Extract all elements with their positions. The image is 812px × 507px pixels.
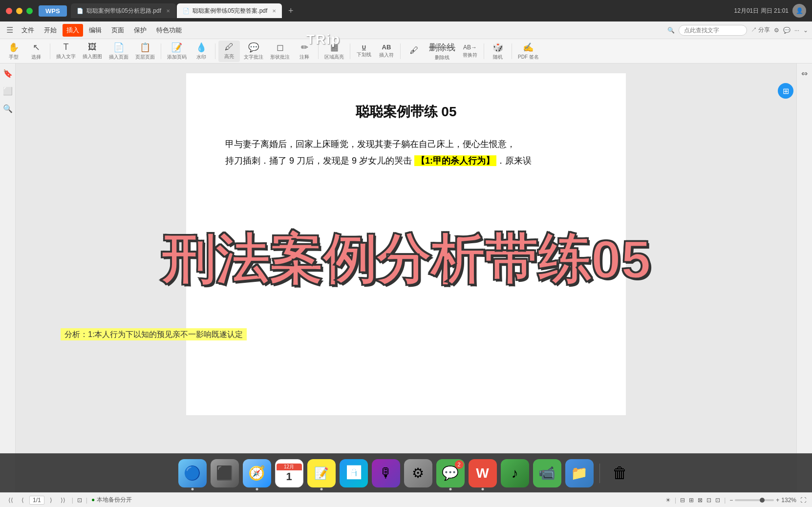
dock-wechat[interactable]: 💬 2 — [436, 459, 465, 487]
hand-icon: ✋ — [8, 42, 19, 53]
next-page-button[interactable]: ⟩ — [46, 495, 56, 505]
dock-finder[interactable]: 🔵 — [178, 459, 207, 487]
text-icon: T — [64, 42, 69, 52]
tab-analysis[interactable]: 📄 聪聪案例带练05分析思路.pdf ✕ — [71, 3, 176, 18]
document-page: 聪聪案例带练 05 甲与妻子离婚后，回家上床睡觉，发现其妻子躺在自己床上，便心生… — [186, 73, 626, 415]
dock-separator — [599, 464, 600, 483]
tool-insert-page[interactable]: 📄 插入页面 — [106, 41, 131, 62]
zoom-out-button[interactable]: − — [729, 497, 733, 504]
tool-add-text[interactable]: 📝 添加页码 — [164, 41, 190, 62]
shapenote-icon: ◻ — [277, 42, 284, 53]
tool-layer[interactable]: 📋 页层页面 — [132, 41, 158, 62]
right-sidebar: ⇔ — [796, 63, 812, 492]
more-icon[interactable]: ··· — [794, 27, 799, 34]
first-page-button[interactable]: ⟨⟨ — [6, 495, 16, 505]
tab-answers[interactable]: 📄 聪聪案例带练05完整答案.pdf ✕ — [177, 3, 282, 18]
menu-insert[interactable]: 插入 — [63, 24, 83, 37]
dock-qqmusic[interactable]: ♪ — [501, 459, 529, 487]
dock-podcasts[interactable]: 🎙 — [372, 459, 400, 487]
tool-insert-mark[interactable]: AB 插入符 — [376, 41, 397, 62]
tool-text-note[interactable]: 💬 文字批注 — [241, 41, 266, 62]
dock-facetime[interactable]: 📹 — [533, 459, 561, 487]
search-sidebar-icon[interactable]: 🔍 — [2, 103, 14, 114]
prev-page-button[interactable]: ⟨ — [18, 495, 27, 505]
tool-strikethrough[interactable]: 删除线 删除线 — [426, 41, 458, 62]
tool-select[interactable]: ↖ 选择 — [25, 41, 47, 62]
tab-close-2[interactable]: ✕ — [272, 8, 276, 14]
fullscreen-icon[interactable]: ⛶ — [800, 497, 806, 504]
underline-icon: U — [362, 44, 366, 50]
search-icon: 🔍 — [667, 27, 675, 34]
status-right: ☀ | ⊟ ⊞ ⊠ ⊡ ⊡ | − + 132% ⛶ — [665, 497, 806, 504]
bookmark-icon[interactable]: 🔖 — [2, 67, 14, 79]
tool-replace[interactable]: AB→ 替换符 — [459, 41, 481, 62]
close-button[interactable] — [6, 8, 12, 14]
toolbar: ✋ 手型 ↖ 选择 T 插入文字 🖼 插入图图 📄 插入页面 📋 页层页面 📝 … — [0, 39, 812, 63]
minimize-button[interactable] — [16, 8, 22, 14]
menu-protect[interactable]: 保护 — [130, 24, 150, 37]
user-avatar[interactable]: 👤 — [792, 4, 806, 18]
tool-highlight[interactable]: 🖊 高亮 — [218, 41, 240, 62]
separator-1 — [50, 43, 50, 59]
tab-close-1[interactable]: ✕ — [166, 8, 170, 14]
tab-analysis-label: 聪聪案例带练05分析思路.pdf — [86, 7, 161, 15]
tool-insert-image[interactable]: 🖼 插入图图 — [80, 41, 105, 62]
clock: 12月01日 周日 21:01 — [734, 7, 789, 15]
dock-settings[interactable]: ⚙ — [404, 459, 432, 487]
right-panel-icon[interactable]: ⇔ — [799, 67, 811, 79]
view-icon-1[interactable]: ⊟ — [680, 497, 685, 504]
menu-special[interactable]: 特色功能 — [152, 24, 186, 37]
tool-pen[interactable]: 🖋 — [404, 41, 425, 62]
tool-watermark[interactable]: 💧 水印 — [191, 41, 212, 62]
image-icon: 🖼 — [88, 42, 97, 52]
page-number[interactable]: 1/1 — [29, 496, 44, 505]
hamburger-icon[interactable]: ☰ — [4, 24, 16, 36]
new-tab-button[interactable]: + — [285, 5, 297, 17]
comment-icon[interactable]: 💬 — [783, 27, 791, 34]
dock-files[interactable]: 📁 — [565, 459, 594, 487]
calendar-day: 1 — [286, 470, 292, 483]
tool-hand[interactable]: ✋ 手型 — [3, 41, 24, 62]
search-input[interactable] — [679, 25, 747, 36]
finder-icon: 🔵 — [184, 465, 201, 481]
panel-toggle-button[interactable]: ⊞ — [778, 83, 793, 99]
menu-open[interactable]: 开始 — [40, 24, 61, 37]
thumbnail-icon[interactable]: ⬜ — [2, 85, 14, 97]
menu-page[interactable]: 页面 — [107, 24, 128, 37]
dock-trash[interactable]: 🗑 — [606, 459, 634, 487]
paragraph-2: 持刀插刺．捅了 9 刀后，发现是 9 岁女儿的哭击 【1:甲的杀人行为】．原来误 — [225, 152, 587, 169]
dock-calendar[interactable]: 12月 1 — [275, 459, 303, 487]
dock-wps[interactable]: W — [469, 459, 497, 487]
wps-app-button[interactable]: WPS — [39, 5, 67, 17]
dock-notes[interactable]: 📝 — [307, 459, 336, 487]
maximize-button[interactable] — [26, 8, 33, 14]
tool-insert-text[interactable]: T 插入文字 — [53, 41, 79, 62]
pdf-icon-2: 📄 — [183, 8, 190, 14]
last-page-button[interactable]: ⟩⟩ — [58, 495, 68, 505]
separator-2 — [161, 43, 161, 59]
menu-file[interactable]: 文件 — [18, 24, 38, 37]
view-icon-3[interactable]: ⊠ — [698, 497, 703, 504]
dock-launchpad[interactable]: ⬛ — [211, 459, 239, 487]
tool-underline[interactable]: U 下划线 — [353, 41, 375, 62]
zoom-in-button[interactable]: + — [776, 497, 779, 504]
tool-random[interactable]: 🎲 随机 — [487, 41, 509, 62]
tool-shape-note[interactable]: ◻ 形状批注 — [267, 41, 293, 62]
dock-appstore[interactable]: 🅰 — [340, 459, 368, 487]
view-icon-4[interactable]: ⊡ — [706, 497, 711, 504]
share-icon[interactable]: ↗ 分享 — [751, 26, 770, 34]
dock-safari[interactable]: 🧭 — [243, 459, 271, 487]
traffic-lights — [6, 8, 33, 14]
settings-icon[interactable]: ⚙ — [774, 27, 779, 34]
facetime-icon: 📹 — [538, 465, 556, 481]
tool-pdf-sign[interactable]: ✍ PDF 签名 — [515, 41, 542, 62]
zoom-slider[interactable] — [735, 499, 774, 501]
safari-icon: 🧭 — [248, 465, 265, 481]
view-icon-2[interactable]: ⊞ — [689, 497, 694, 504]
expand-icon[interactable]: ⌄ — [803, 27, 808, 34]
separator-8 — [512, 43, 512, 59]
view-icon-5[interactable]: ⊡ — [715, 497, 720, 504]
menu-edit[interactable]: 编辑 — [85, 24, 106, 37]
separator-7 — [484, 43, 484, 59]
fit-page-icon[interactable]: ⊡ — [77, 497, 82, 504]
